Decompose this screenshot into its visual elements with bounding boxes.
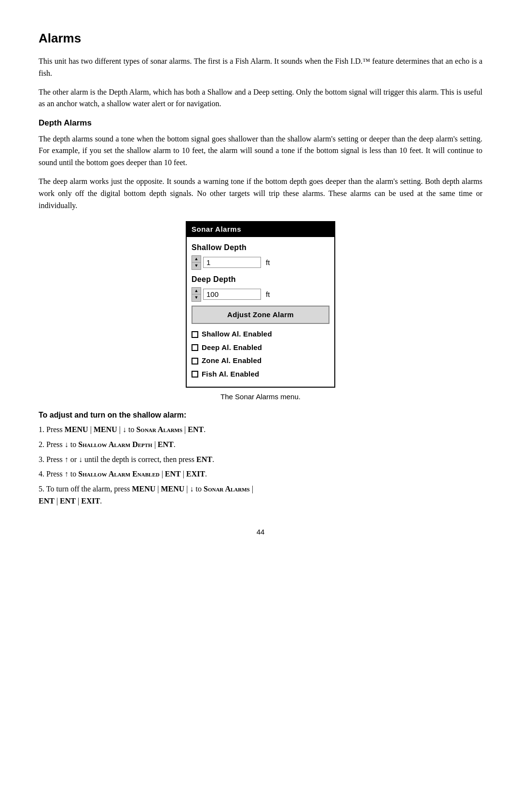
shallow-up-button[interactable]: ▲	[192, 256, 201, 263]
deep-depth-row: ▲ ▼ ft	[192, 287, 329, 302]
deep-depth-input[interactable]	[203, 289, 261, 300]
instruction-4: 4. Press ↑ to Shallow Alarm Enabled | EN…	[39, 468, 482, 480]
step-text-5b: ENT | ENT | EXIT.	[39, 497, 102, 505]
step-num-4: 4.	[39, 470, 46, 478]
paragraph2: The other alarm is the Depth Alarm, whic…	[39, 86, 482, 111]
checkbox-shallow: Shallow Al. Enabled	[192, 329, 329, 340]
deep-up-button[interactable]: ▲	[192, 288, 201, 294]
page-content: Alarms This unit has two different types…	[39, 29, 482, 537]
checkbox-deep: Deep Al. Enabled	[192, 342, 329, 353]
step-num-3: 3.	[39, 455, 46, 463]
sonar-alarms-box: Sonar Alarms Shallow Depth ▲ ▼ ft Deep D…	[186, 221, 335, 388]
sonar-alarms-titlebar: Sonar Alarms	[187, 222, 334, 237]
shallow-spinner[interactable]: ▲ ▼	[192, 255, 201, 270]
checkbox-zone-box[interactable]	[192, 358, 198, 364]
step-num-5: 5.	[39, 485, 46, 493]
diagram-container: Sonar Alarms Shallow Depth ▲ ▼ ft Deep D…	[39, 221, 482, 403]
instruction-1: 1. Press MENU | MENU | ↓ to Sonar Alarms…	[39, 424, 482, 436]
instruction-3: 3. Press ↑ or ↓ until the depth is corre…	[39, 454, 482, 466]
shallow-depth-label: Shallow Depth	[192, 242, 329, 253]
checkbox-fish-box[interactable]	[192, 371, 198, 378]
page-number: 44	[39, 527, 482, 538]
step-text-4: Press ↑ to Shallow Alarm Enabled | ENT |…	[46, 470, 207, 478]
checkbox-deep-box[interactable]	[192, 344, 198, 351]
shallow-down-button[interactable]: ▼	[192, 263, 201, 269]
step-text-5: To turn off the alarm, press MENU | MENU…	[46, 485, 253, 493]
deep-depth-label: Deep Depth	[192, 274, 329, 285]
shallow-depth-row: ▲ ▼ ft	[192, 255, 329, 270]
subsection-title: Depth Alarms	[39, 117, 482, 129]
checkbox-deep-label: Deep Al. Enabled	[202, 342, 262, 353]
step-num-1: 1.	[39, 425, 46, 434]
checkbox-shallow-box[interactable]	[192, 331, 198, 338]
checkbox-shallow-label: Shallow Al. Enabled	[202, 329, 272, 340]
checkbox-zone: Zone Al. Enabled	[192, 355, 329, 366]
sonar-alarms-body: Shallow Depth ▲ ▼ ft Deep Depth ▲ ▼	[187, 237, 334, 387]
paragraph1: This unit has two different types of son…	[39, 56, 482, 80]
diagram-caption: The Sonar Alarms menu.	[220, 392, 301, 403]
step-num-2: 2.	[39, 440, 46, 448]
shallow-unit: ft	[266, 257, 270, 268]
paragraph3: The depth alarms sound a tone when the b…	[39, 133, 482, 169]
instructions-title: To adjust and turn on the shallow alarm:	[39, 409, 482, 421]
deep-down-button[interactable]: ▼	[192, 294, 201, 301]
instructions-section: To adjust and turn on the shallow alarm:…	[39, 409, 482, 507]
adjust-zone-alarm-button[interactable]: Adjust Zone Alarm	[192, 306, 329, 324]
shallow-depth-input[interactable]	[203, 257, 261, 268]
deep-spinner[interactable]: ▲ ▼	[192, 287, 201, 302]
step-text-3: Press ↑ or ↓ until the depth is correct,…	[46, 455, 214, 463]
paragraph4: The deep alarm works just the opposite. …	[39, 176, 482, 211]
step-text-1: Press MENU | MENU | ↓ to Sonar Alarms | …	[46, 425, 206, 434]
step-text-2: Press ↓ to Shallow Alarm Depth | ENT.	[46, 440, 176, 448]
checkbox-fish-label: Fish Al. Enabled	[202, 369, 259, 380]
instruction-2: 2. Press ↓ to Shallow Alarm Depth | ENT.	[39, 439, 482, 451]
instruction-5: 5. To turn off the alarm, press MENU | M…	[39, 483, 482, 507]
section-title: Alarms	[39, 29, 482, 48]
checkbox-zone-label: Zone Al. Enabled	[202, 355, 261, 366]
checkbox-fish: Fish Al. Enabled	[192, 369, 329, 380]
deep-unit: ft	[266, 289, 270, 300]
